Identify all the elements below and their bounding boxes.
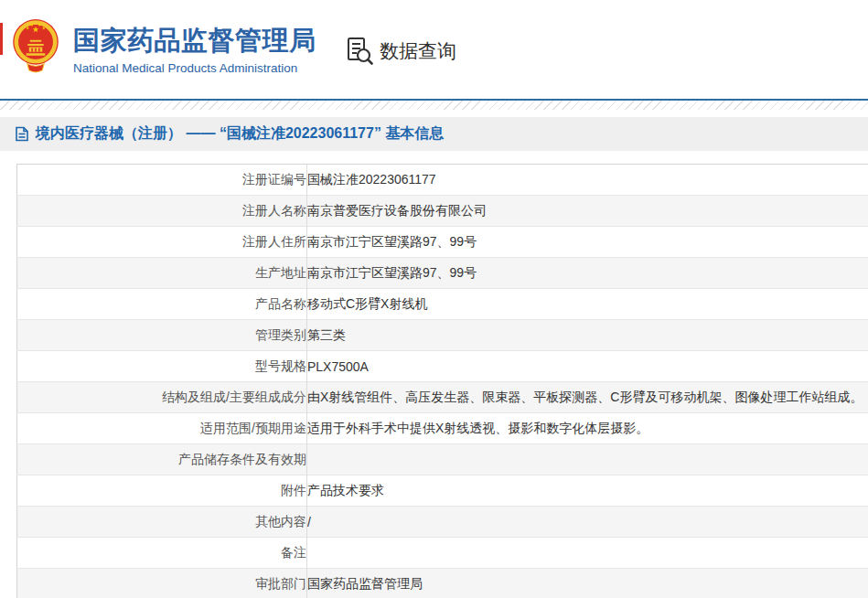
table-row: 适用范围/预期用途 适用于外科手术中提供X射线透视、摄影和数字化体层摄影。	[17, 413, 868, 444]
red-edge-fragment	[0, 23, 3, 55]
table-row: 型号规格 PLX7500A	[17, 351, 868, 382]
row-value: /	[307, 507, 868, 538]
row-label: 结构及组成/主要组成成分	[17, 382, 307, 413]
site-subtitle: National Medical Products Administration	[73, 61, 316, 75]
row-value: 适用于外科手术中提供X射线透视、摄影和数字化体层摄影。	[307, 413, 868, 444]
hatch-pattern-strip	[0, 101, 868, 110]
registration-info-table: 注册证编号 国械注准20223061177 注册人名称 南京普爱医疗设备股份有限…	[16, 164, 868, 598]
page-title: 境内医疗器械（注册） —— “国械注准20223061177” 基本信息	[36, 124, 444, 144]
table-row: 备注	[17, 538, 868, 569]
registration-info-section: 注册证编号 国械注准20223061177 注册人名称 南京普爱医疗设备股份有限…	[16, 164, 868, 598]
document-icon	[15, 126, 29, 142]
breadcrumb: 境内医疗器械（注册） —— “国械注准20223061177” 基本信息	[15, 124, 444, 144]
row-value: 第三类	[307, 320, 868, 351]
row-value: 南京市江宁区望溪路97、99号	[307, 258, 868, 289]
row-label: 产品名称	[17, 289, 307, 320]
breadcrumb-bar: 境内医疗器械（注册） —— “国械注准20223061177” 基本信息	[0, 117, 868, 151]
table-row: 注册人住所 南京市江宁区望溪路97、99号	[17, 227, 868, 258]
table-row: 结构及组成/主要组成成分 由X射线管组件、高压发生器、限束器、平板探测器、C形臂…	[17, 382, 868, 413]
row-label: 型号规格	[17, 351, 307, 382]
row-label: 审批部门	[17, 569, 307, 598]
table-row: 产品名称 移动式C形臂X射线机	[17, 289, 868, 320]
table-row: 附件 产品技术要求	[17, 475, 868, 507]
table-row: 产品储存条件及有效期	[17, 444, 868, 475]
row-value: 南京普爱医疗设备股份有限公司	[307, 196, 868, 227]
row-value	[307, 538, 868, 569]
row-label: 附件	[17, 475, 307, 507]
data-query-label: 数据查询	[380, 38, 456, 64]
table-row: 注册证编号 国械注准20223061177	[17, 165, 868, 196]
table-row: 管理类别 第三类	[17, 320, 868, 351]
row-value	[307, 444, 868, 475]
national-emblem-icon	[12, 18, 59, 75]
row-value: 由X射线管组件、高压发生器、限束器、平板探测器、C形臂及可移动机架、图像处理工作…	[307, 382, 868, 413]
row-value: 移动式C形臂X射线机	[307, 289, 868, 320]
site-title-block: 国家药品监督管理局 National Medical Products Admi…	[73, 25, 316, 75]
row-label: 其他内容	[17, 507, 307, 538]
row-label: 注册人住所	[17, 227, 307, 258]
row-label: 注册证编号	[17, 165, 307, 196]
table-row: 其他内容 /	[17, 507, 868, 538]
row-value: 国家药品监督管理局	[307, 569, 868, 598]
row-label: 产品储存条件及有效期	[17, 444, 307, 475]
row-value: 国械注准20223061177	[307, 165, 868, 196]
table-row: 注册人名称 南京普爱医疗设备股份有限公司	[17, 196, 868, 227]
row-label: 管理类别	[17, 320, 307, 351]
row-label: 注册人名称	[17, 196, 307, 227]
row-value: 产品技术要求	[307, 475, 868, 507]
site-header: 国家药品监督管理局 National Medical Products Admi…	[0, 0, 868, 99]
table-row: 生产地址 南京市江宁区望溪路97、99号	[17, 258, 868, 289]
row-label: 适用范围/预期用途	[17, 413, 307, 444]
data-query-link[interactable]: 数据查询	[346, 37, 456, 66]
document-search-icon	[346, 37, 373, 66]
row-label: 备注	[17, 538, 307, 569]
table-row: 审批部门 国家药品监督管理局	[17, 569, 868, 598]
row-value: 南京市江宁区望溪路97、99号	[307, 227, 868, 258]
row-value: PLX7500A	[307, 351, 868, 382]
site-title: 国家药品监督管理局	[73, 25, 316, 57]
row-label: 生产地址	[17, 258, 307, 289]
